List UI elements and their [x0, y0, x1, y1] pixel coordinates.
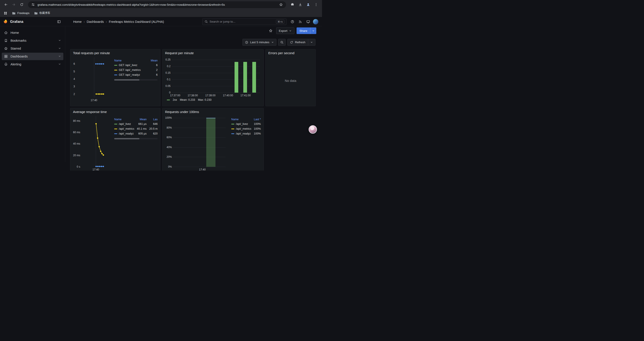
legend-series-label[interactable]: GET /api/_metrics: [114, 68, 148, 72]
y-tick-label: 4: [72, 78, 75, 81]
panel-title[interactable]: Requests under 100ms: [162, 108, 264, 114]
sidebar-item-home[interactable]: Home: [2, 29, 63, 37]
user-avatar[interactable]: [313, 19, 318, 25]
url-text[interactable]: [38, 3, 277, 6]
y-tick-label: 0.2: [164, 65, 170, 68]
dashboard-content: Export Share Last 5 minutes Refresh: [65, 26, 322, 162]
refresh-label: Refresh: [295, 41, 305, 44]
legend-series-label[interactable]: /api/_livez: [114, 122, 134, 126]
time-series-chart: 6543217:40: [72, 55, 111, 102]
time-range-label: Last 5 minutes: [250, 41, 270, 44]
export-button[interactable]: Export: [276, 28, 294, 34]
x-tick-label: 17:40: [92, 168, 99, 171]
downloads-icon[interactable]: [296, 1, 304, 8]
legend-table: NameMeanGET /api/_livez6GET /api/_metric…: [114, 58, 158, 77]
forward-button[interactable]: [10, 1, 18, 8]
sidebar-item-dashboards[interactable]: Dashboards: [2, 53, 63, 60]
legend-series-label[interactable]: /api/_livez: [231, 122, 251, 126]
series-name: GET /api/_metrics: [119, 69, 141, 72]
sidebar-item-starred[interactable]: Starred: [2, 45, 63, 52]
profile-avatar[interactable]: [304, 1, 312, 8]
share-label[interactable]: Share: [296, 28, 310, 34]
grafana-app: Grafana Home›Dashboards›Freeleaps Metric…: [0, 17, 322, 162]
scrollbar-thumb[interactable]: [114, 79, 140, 81]
breadcrumb-item[interactable]: Dashboards: [87, 20, 104, 24]
divider: [308, 39, 308, 46]
legend-series-label[interactable]: GET /api/_readyz: [114, 72, 148, 77]
apps-grid-icon[interactable]: [4, 11, 8, 15]
legend-scrollbar[interactable]: [114, 138, 158, 139]
time-range-picker[interactable]: Last 5 minutes: [242, 39, 276, 46]
y-tick-label: 0%: [164, 165, 172, 168]
series-color-icon: [231, 129, 234, 129]
news-rss-icon[interactable]: [297, 19, 304, 25]
site-settings-icon[interactable]: [31, 3, 35, 7]
x-tick-label: 17:41:00: [240, 94, 251, 97]
legend-series-label[interactable]: /api/_readyz: [231, 131, 251, 136]
y-tick-label: 3: [72, 85, 75, 88]
series-color-icon: [231, 124, 234, 124]
legend-column-header: Mean: [151, 58, 158, 63]
bookmark-folder-freeleaps[interactable]: Freeleaps: [12, 11, 30, 15]
breadcrumb-item[interactable]: Freeleaps Metrics Dashboard (ALPHA): [109, 20, 164, 24]
search-bar[interactable]: ⌘+k: [202, 19, 286, 25]
legend-column-header: Last *: [254, 117, 261, 122]
sidebar-item-bookmarks[interactable]: Bookmarks: [2, 37, 63, 44]
legend-column-header: Mean: [137, 117, 146, 122]
extensions-icon[interactable]: [289, 1, 296, 8]
y-tick-label: 80%: [164, 126, 172, 129]
breadcrumb-separator: ›: [84, 20, 85, 24]
share-button[interactable]: Share: [296, 28, 316, 34]
legend-series-label[interactable]: GET /api/_livez: [114, 63, 148, 68]
search-input[interactable]: [210, 20, 274, 23]
legend-value: 620: [149, 131, 158, 136]
refresh-button[interactable]: Refresh: [287, 39, 316, 46]
x-tick-label: 17:40: [90, 99, 97, 102]
share-menu-caret[interactable]: [310, 28, 316, 34]
folder-icon: [12, 11, 16, 15]
dashboard-panels: Total requests per minute 6543217:40 Nam…: [65, 46, 322, 162]
breadcrumb-item[interactable]: Home: [73, 20, 82, 24]
legend-value: 100%: [254, 126, 261, 131]
browser-menu-icon[interactable]: [312, 1, 320, 8]
bookmark-label: Freeleaps: [17, 12, 30, 15]
series-name: /api/_metrics: [119, 127, 134, 130]
scrollbar-thumb[interactable]: [114, 138, 140, 139]
panel-request-per-minute: Request per minute 0.250.20.150.10.05017…: [162, 49, 264, 106]
browser-chrome: Freeleaps 收藏博客: [0, 0, 322, 17]
sidebar-item-label: Alerting: [10, 63, 21, 66]
panel-legend: NameLast */api/_livez100%/api/_metrics10…: [228, 114, 261, 171]
grafana-logo[interactable]: [3, 19, 8, 24]
panel-title[interactable]: Request per minute: [162, 49, 264, 55]
legend-series-label[interactable]: /api/_readyz: [114, 131, 134, 136]
legend-series-label[interactable]: 2xx: [173, 98, 177, 101]
reload-button[interactable]: [18, 1, 26, 8]
panel-title[interactable]: Errors per second: [266, 49, 316, 55]
home-icon: [4, 31, 8, 35]
time-controls: Last 5 minutes Refresh: [65, 39, 316, 46]
brand-name: Grafana: [10, 20, 54, 24]
y-tick-label: 0.05: [164, 85, 170, 88]
chevron-down-icon: [58, 39, 61, 43]
bookmark-folder-blogs[interactable]: 收藏博客: [34, 11, 50, 15]
url-bar[interactable]: [28, 1, 286, 8]
chart-plot: [76, 58, 110, 97]
sidebar-item-alerting[interactable]: Alerting: [2, 61, 63, 68]
y-tick-label: 0.25: [164, 58, 170, 61]
legend-series-label[interactable]: /api/_metrics: [114, 126, 134, 131]
kiosk-monitor-icon[interactable]: [305, 19, 312, 25]
floating-assistant-avatar[interactable]: [309, 125, 317, 134]
panel-title[interactable]: Total requests per minute: [70, 49, 160, 55]
sidebar-item-label: Dashboards: [10, 55, 28, 58]
favorite-star-icon[interactable]: [268, 28, 274, 34]
zoom-out-icon[interactable]: [278, 39, 286, 46]
bookmark-star-icon[interactable]: [279, 3, 283, 7]
legend-scrollbar[interactable]: [114, 79, 158, 81]
panel-title[interactable]: Average response time: [70, 108, 160, 114]
legend-series-label[interactable]: /api/_metrics: [231, 126, 251, 131]
back-button[interactable]: [2, 1, 10, 8]
panel-legend: NameMeanLas/api/_livez661 µs646/api/_met…: [111, 114, 158, 171]
collapse-sidebar-icon[interactable]: [56, 19, 62, 25]
series-name: /api/_metrics: [236, 127, 251, 130]
help-icon[interactable]: [289, 19, 296, 25]
